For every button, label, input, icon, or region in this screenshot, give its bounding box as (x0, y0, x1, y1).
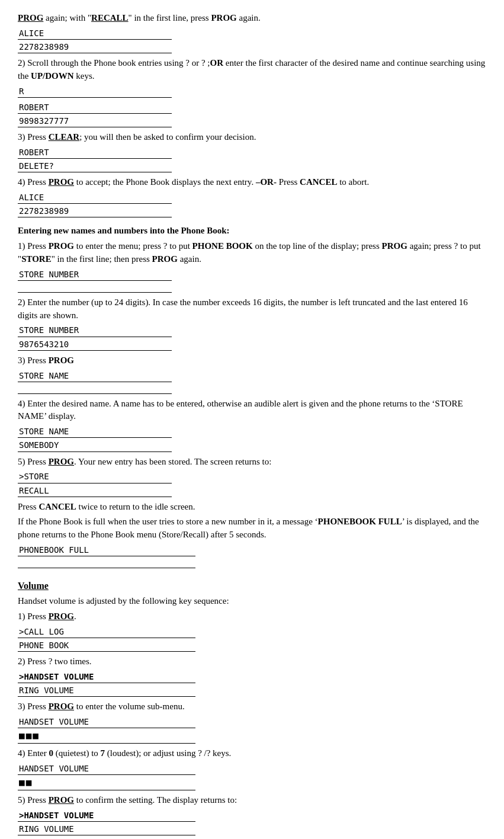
step3-text: 3) Press CLEAR; you will then be asked t… (18, 131, 486, 144)
volume-step4-b0: 0 (49, 748, 53, 758)
display-line-alice1-2: 2278238989 (18, 41, 172, 53)
entering-step1-end: " in the first line; then press (52, 254, 152, 264)
phonebook-full-bold: PHONEBOOK FULL (318, 517, 402, 526)
step4-or: –OR- (256, 177, 277, 187)
display-line-handset-ring-1-2: RING VOLUME (18, 684, 195, 697)
display-alice-2: ALICE 2278238989 (18, 191, 486, 217)
display-store-recall: >STORE RECALL (18, 470, 486, 497)
volume-step3: 3) Press PROG to enter the volume sub-me… (18, 700, 486, 713)
entering-step1-phonebook: PHONE BOOK (192, 241, 253, 251)
display-robert-delete: ROBERT DELETE? (18, 146, 486, 172)
display-line-robert-delete-1: ROBERT (18, 146, 172, 159)
step2-pre: 2) Scroll through the Phone book entries… (18, 58, 210, 68)
phonebook-full-pre: If the Phone Book is full when the user … (18, 517, 318, 526)
display-line-robert-1: ROBERT (18, 101, 172, 114)
entering-step1-prog3: PROG (152, 254, 178, 264)
entering-step1-mid: to enter the menu; press ? to put (74, 241, 192, 251)
display-line-phonebook-full-1: PHONEBOOK FULL (18, 544, 195, 556)
display-handset-squares2: HANDSET VOLUME ■■ (18, 763, 486, 790)
display-line-call-log-2: PHONE BOOK (18, 639, 195, 652)
display-line-handset-ring-2-2: RING VOLUME (18, 823, 195, 835)
step4-text: 4) Press PROG to accept; the Phone Book … (18, 176, 486, 189)
entering-heading: Entering new names and numbers into the … (18, 225, 486, 238)
display-line-store-name-empty-1: STORE NAME (18, 370, 172, 382)
display-call-log: >CALL LOG PHONE BOOK (18, 626, 486, 652)
step2-text: 2) Scroll through the Phone book entries… (18, 57, 486, 83)
display-line-store-recall-2: RECALL (18, 485, 172, 497)
display-line-r: R (18, 85, 172, 98)
volume-section: Volume Handset volume is adjusted by the… (18, 579, 486, 835)
entering-step3: 3) Press PROG (18, 354, 486, 367)
display-store-name-empty: STORE NAME (18, 370, 486, 394)
entering-step4: 4) Enter the desired name. A name has to… (18, 398, 486, 424)
entering-step1: 1) Press PROG to enter the menu; press ?… (18, 240, 486, 266)
entering-step5-pre: 5) Press (18, 457, 49, 466)
display-line-store-num-empty-2 (18, 282, 172, 293)
step4-post: to accept; the Phone Book displays the n… (74, 177, 256, 187)
display-handset-ring-1: >HANDSET VOLUME RING VOLUME (18, 671, 486, 697)
display-line-call-log-1: >CALL LOG (18, 626, 195, 638)
intro-mid: again; with " (43, 13, 91, 23)
step2-updown: UP/DOWN (31, 71, 74, 81)
step2-or: OR (210, 58, 224, 68)
entering-step3-prog: PROG (49, 356, 74, 365)
entering-step2: 2) Enter the number (up to 24 digits). I… (18, 296, 486, 322)
volume-step4: 4) Enter 0 (quietest) to 7 (loudest); or… (18, 747, 486, 760)
display-line-store-recall-1: >STORE (18, 470, 172, 483)
intro-line: PROG again; with "RECALL" in the first l… (18, 12, 486, 25)
volume-step5-prog: PROG (49, 795, 74, 805)
display-line-handset-sq3-1: HANDSET VOLUME (18, 716, 195, 728)
display-line-store-num-empty-1: STORE NUMBER (18, 268, 172, 281)
volume-step5-pre: 5) Press (18, 795, 49, 805)
display-handset-ring-2: >HANDSET VOLUME RING VOLUME (18, 809, 486, 835)
display-line-alice2-2: 2278238989 (18, 205, 172, 217)
volume-step3-prog: PROG (49, 702, 74, 711)
step3-post: ; you will then be asked to confirm your… (79, 132, 256, 142)
step4-post2: Press (277, 177, 300, 187)
volume-step1-pre: 1) Press (18, 611, 49, 621)
entering-step1-mid2: on the top line of the display; press (253, 241, 382, 251)
step3-clear: CLEAR (49, 132, 80, 142)
display-line-phonebook-full-2 (18, 558, 195, 568)
display-store-name-somebody: STORE NAME SOMEBODY (18, 425, 486, 451)
display-line-handset-sq2-1: HANDSET VOLUME (18, 763, 195, 775)
entering-step1-prog2: PROG (382, 241, 407, 251)
display-line-robert-2: 9898327777 (18, 115, 172, 127)
display-line-alice1-1: ALICE (18, 27, 172, 40)
intro-end: again. (237, 13, 261, 23)
display-line-store-num-1: STORE NUMBER (18, 324, 172, 337)
display-store-number-empty: STORE NUMBER (18, 268, 486, 293)
display-phonebook-full: PHONEBOOK FULL (18, 544, 486, 568)
step4-prog: PROG (49, 177, 74, 187)
entering-step1-end2: again. (178, 254, 201, 264)
volume-intro: Handset volume is adjusted by the follow… (18, 595, 486, 608)
step4-pre: 4) Press (18, 177, 49, 187)
intro-post: " in the first line, press (129, 13, 211, 23)
recall-label: RECALL (91, 13, 129, 23)
volume-step3-pre: 3) Press (18, 702, 49, 711)
step4-end: to abort. (337, 177, 369, 187)
volume-heading: Volume (18, 579, 486, 593)
page-content: PROG again; with "RECALL" in the first l… (18, 12, 486, 839)
cancel-pre: Press (18, 502, 38, 511)
display-line-store-name-sb-1: STORE NAME (18, 425, 172, 438)
volume-step4-b7: 7 (101, 748, 105, 758)
display-handset-squares3: HANDSET VOLUME ■■■ (18, 716, 486, 744)
step4-cancel: CANCEL (300, 177, 337, 187)
display-line-handset-sq3-2: ■■■ (18, 729, 195, 744)
entering-step5-post: . Your new entry has been stored. The sc… (74, 457, 271, 466)
prog-label-1: PROG (18, 13, 43, 23)
cancel-post: twice to return to the idle screen. (76, 502, 195, 511)
display-line-store-num-2: 9876543210 (18, 338, 172, 351)
volume-step5: 5) Press PROG to confirm the setting. Th… (18, 794, 486, 807)
step3-pre: 3) Press (18, 132, 49, 142)
display-line-handset-sq2-2: ■■ (18, 776, 195, 790)
volume-step1-post: . (74, 611, 76, 621)
display-line-robert-delete-2: DELETE? (18, 160, 172, 172)
entering-step5-prog: PROG (49, 457, 74, 466)
volume-step4-post: (loudest); or adjust using ? /? keys. (105, 748, 231, 758)
volume-step5-post: to confirm the setting. The display retu… (74, 795, 237, 805)
volume-step2: 2) Press ? two times. (18, 655, 486, 668)
display-line-alice2-1: ALICE (18, 191, 172, 204)
entering-step5: 5) Press PROG. Your new entry has been s… (18, 456, 486, 469)
